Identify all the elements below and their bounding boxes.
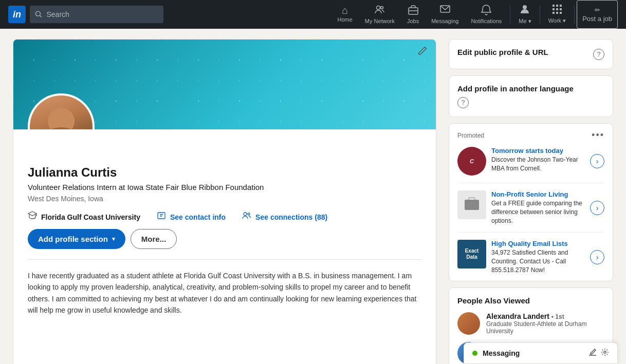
messaging-status-dot xyxy=(472,351,477,356)
messaging-bar[interactable]: Messaging xyxy=(464,342,618,364)
nav-item-notifications-label: Notifications xyxy=(471,18,502,24)
svg-rect-8 xyxy=(553,5,555,7)
network-icon xyxy=(374,4,385,17)
nav-item-jobs-label: Jobs xyxy=(407,18,419,24)
add-language-section[interactable]: Add profile in another language ? xyxy=(449,75,613,117)
profile-title: Volunteer Relations Intern at Iowa State… xyxy=(28,182,421,193)
ad-item-0: C Tomorrow starts today Discover the Joh… xyxy=(457,147,604,183)
ad-content-2: High Quality Email Lists 34,972 Satisfie… xyxy=(491,240,585,274)
nav-item-jobs[interactable]: Jobs xyxy=(401,0,425,29)
connections-icon xyxy=(242,211,251,223)
svg-line-1 xyxy=(40,15,42,17)
profile-banner xyxy=(13,40,436,129)
svg-rect-9 xyxy=(556,5,558,7)
svg-rect-21 xyxy=(465,200,479,210)
svg-rect-15 xyxy=(556,12,558,14)
ad-logo-senior xyxy=(457,190,486,219)
nav-item-network-label: My Network xyxy=(365,18,395,24)
edit-url-title: Edit public profile & URL xyxy=(457,48,548,56)
ad-arrow-0[interactable]: › xyxy=(590,154,604,168)
profile-actions: Add profile section ▾ More... xyxy=(28,229,421,249)
add-language-help-icon[interactable]: ? xyxy=(457,97,469,108)
ad-arrow-2[interactable]: › xyxy=(590,250,604,264)
pav-avatar-0 xyxy=(457,312,480,335)
post-job-button[interactable]: ✏ Post a job xyxy=(577,0,618,29)
work-grid-icon xyxy=(551,4,563,16)
add-profile-section-label: Add profile section xyxy=(38,235,108,243)
ad-title-2[interactable]: High Quality Email Lists xyxy=(491,240,585,247)
nav-items: ⌂ Home My Network Jobs Messaging Notif xyxy=(332,0,618,29)
add-profile-section-button[interactable]: Add profile section ▾ xyxy=(28,229,125,249)
nav-divider xyxy=(510,5,510,24)
nav-item-notifications[interactable]: Notifications xyxy=(465,0,508,29)
add-language-title: Add profile in another language xyxy=(457,84,604,93)
edit-profile-button[interactable] xyxy=(417,46,428,59)
pav-sub-0: Graduate Student-Athlete at Durham Unive… xyxy=(486,320,604,335)
ads-more-button[interactable]: ••• xyxy=(592,130,604,141)
navbar: in ⌂ Home My Network Jobs xyxy=(0,0,626,29)
more-button[interactable]: More... xyxy=(131,229,177,249)
svg-rect-13 xyxy=(560,8,562,10)
profile-location: West Des Moines, Iowa xyxy=(28,195,421,203)
nav-item-work[interactable]: Work ▾ xyxy=(542,0,573,29)
profile-meta: Florida Gulf Coast University See contac… xyxy=(28,211,421,223)
connections-label: See connections (88) xyxy=(255,213,327,221)
ads-label: Promoted xyxy=(457,132,484,139)
nav-item-my-network[interactable]: My Network xyxy=(359,0,401,29)
svg-point-20 xyxy=(248,213,250,215)
svg-point-0 xyxy=(35,11,40,16)
nav-item-messaging[interactable]: Messaging xyxy=(425,0,465,29)
pav-name-0: Alexandra Landert • 1st xyxy=(486,312,604,320)
post-job-label: Post a job xyxy=(582,15,612,23)
svg-point-2 xyxy=(376,6,380,9)
ads-section: Promoted ••• C Tomorrow starts today Dis… xyxy=(449,123,613,281)
svg-rect-14 xyxy=(553,12,555,14)
ad-content-1: Non-Profit Senior Living Get a FREE guid… xyxy=(491,190,585,225)
home-icon: ⌂ xyxy=(342,5,348,15)
linkedin-logo[interactable]: in xyxy=(8,6,26,23)
messaging-actions xyxy=(588,348,609,358)
profile-divider xyxy=(28,259,421,260)
chevron-down-icon: ▾ xyxy=(112,236,115,242)
svg-point-3 xyxy=(380,6,383,9)
post-job-icon: ✏ xyxy=(595,6,600,14)
ads-header: Promoted ••• xyxy=(457,130,604,141)
profile-name: Julianna Curtis xyxy=(28,165,421,180)
edit-url-help-icon[interactable]: ? xyxy=(593,49,604,60)
ad-title-1[interactable]: Non-Profit Senior Living xyxy=(491,190,585,198)
connections-link[interactable]: See connections (88) xyxy=(242,211,327,223)
svg-rect-11 xyxy=(553,8,555,10)
profile-university[interactable]: Florida Gulf Coast University xyxy=(28,211,140,223)
ad-title-0[interactable]: Tomorrow starts today xyxy=(491,147,585,155)
svg-rect-12 xyxy=(556,8,558,10)
pav-item-0[interactable]: Alexandra Landert • 1st Graduate Student… xyxy=(457,312,604,335)
university-icon xyxy=(28,211,37,223)
search-bar[interactable] xyxy=(30,6,163,23)
nav-item-work-label: Work ▾ xyxy=(548,17,566,24)
nav-item-me-label: Me ▾ xyxy=(519,18,531,25)
right-sidebar: Edit public profile & URL ? Add profile … xyxy=(449,39,613,364)
profile-card: Julianna Curtis Volunteer Relations Inte… xyxy=(13,39,436,364)
messaging-settings-button[interactable] xyxy=(601,348,609,358)
nav-item-home-label: Home xyxy=(338,16,353,23)
more-button-label: More... xyxy=(141,235,166,243)
nav-divider-3 xyxy=(574,5,575,24)
ad-desc-1: Get a FREE guide comparing the differenc… xyxy=(491,199,585,225)
ad-desc-0: Discover the Johnson Two-Year MBA from C… xyxy=(491,156,585,173)
contact-info-link[interactable]: See contact info xyxy=(157,211,226,223)
nav-item-me[interactable]: Me ▾ xyxy=(512,0,537,29)
search-input[interactable] xyxy=(47,10,159,18)
profile-avatar xyxy=(28,93,95,129)
profile-university-label: Florida Gulf Coast University xyxy=(41,213,140,221)
profile-avatar-wrap xyxy=(28,93,95,129)
profile-avatar-img xyxy=(30,95,93,129)
search-icon xyxy=(35,10,43,18)
messaging-compose-button[interactable] xyxy=(588,348,597,358)
profile-bio: I have recently graduated as a student a… xyxy=(28,270,421,316)
ad-logo-exact: ExactData xyxy=(457,240,486,269)
svg-point-7 xyxy=(523,5,527,9)
nav-item-home[interactable]: ⌂ Home xyxy=(332,0,359,29)
ad-logo-cornell: C xyxy=(457,147,486,176)
ad-arrow-1[interactable]: › xyxy=(590,201,604,215)
edit-profile-url-section[interactable]: Edit public profile & URL ? xyxy=(449,39,613,69)
